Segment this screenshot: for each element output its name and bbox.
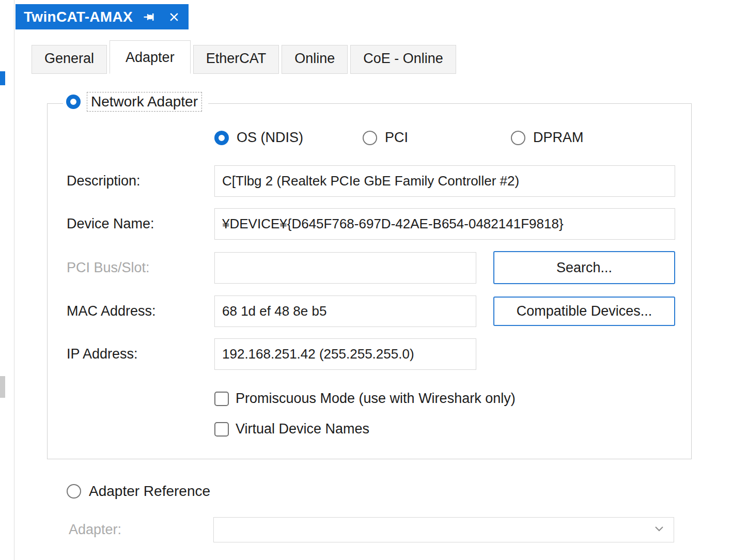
checkbox-unchecked-icon (214, 392, 229, 406)
pci-bus-slot-label: PCI Bus/Slot: (67, 260, 214, 276)
search-button[interactable]: Search... (493, 251, 675, 284)
network-adapter-radio[interactable]: Network Adapter (63, 91, 208, 113)
network-adapter-label: Network Adapter (87, 92, 202, 112)
mac-address-label: MAC Address: (67, 303, 214, 319)
promiscuous-mode-label: Promiscuous Mode (use with Wireshark onl… (236, 391, 516, 407)
checkbox-unchecked-icon (214, 422, 229, 437)
radio-dpram-label: DPRAM (533, 130, 584, 146)
mac-address-field[interactable]: 68 1d ef 48 8e b5 (214, 295, 476, 327)
radio-os-ndis-label: OS (NDIS) (237, 130, 303, 146)
adapter-row: Adapter: (69, 517, 748, 542)
adapter-label: Adapter: (69, 522, 213, 538)
compatible-devices-button[interactable]: Compatible Devices... (493, 297, 675, 326)
description-field[interactable]: C[Tlbg 2 (Realtek PCIe GbE Family Contro… (214, 165, 675, 197)
adapter-page: General Adapter EtherCAT Online CoE - On… (15, 29, 748, 560)
ip-address-label: IP Address: (67, 346, 214, 362)
mac-address-row: MAC Address: 68 1d ef 48 8e b5 Compatibl… (67, 295, 691, 327)
promiscuous-mode-checkbox[interactable]: Promiscuous Mode (use with Wireshark onl… (67, 391, 691, 407)
radio-checked-icon (66, 95, 81, 109)
virtual-device-names-checkbox[interactable]: Virtual Device Names (67, 421, 691, 437)
tab-ethercat[interactable]: EtherCAT (193, 45, 279, 74)
pci-bus-slot-row: PCI Bus/Slot: Search... (67, 251, 691, 284)
tab-online[interactable]: Online (282, 45, 348, 74)
ip-address-row: IP Address: 192.168.251.42 (255.255.255.… (67, 338, 691, 370)
adapter-reference-section: Adapter Reference Adapter: (67, 483, 748, 542)
device-name-field[interactable]: ¥DEVICE¥{D645F768-697D-42AE-B654-0482141… (214, 208, 675, 240)
description-label: Description: (67, 173, 214, 189)
adapter-reference-radio[interactable]: Adapter Reference (67, 483, 748, 500)
pin-icon[interactable] (141, 9, 158, 25)
document-tab[interactable]: TwinCAT-AMAX (15, 4, 189, 29)
radio-dpram[interactable]: DPRAM (511, 130, 659, 146)
description-row: Description: C[Tlbg 2 (Realtek PCIe GbE … (67, 165, 691, 197)
radio-os-ndis[interactable]: OS (NDIS) (214, 130, 363, 146)
radio-unchecked-icon (363, 131, 377, 145)
pci-bus-slot-field[interactable] (214, 252, 476, 284)
tab-general[interactable]: General (32, 45, 107, 74)
close-icon[interactable] (166, 9, 182, 25)
network-adapter-group: Network Adapter OS (NDIS) PCI DPRAM Desc… (47, 103, 692, 459)
radio-unchecked-icon (511, 131, 525, 145)
document-title: TwinCAT-AMAX (24, 9, 133, 25)
device-name-label: Device Name: (67, 216, 214, 232)
tab-adapter[interactable]: Adapter (110, 40, 191, 74)
dock-scrollbar-thumb[interactable] (0, 376, 5, 398)
property-tabs: General Adapter EtherCAT Online CoE - On… (15, 44, 748, 74)
virtual-device-names-label: Virtual Device Names (236, 421, 369, 437)
radio-unchecked-icon (67, 484, 81, 499)
ip-address-field[interactable]: 192.168.251.42 (255.255.255.0) (214, 338, 476, 370)
device-name-row: Device Name: ¥DEVICE¥{D645F768-697D-42AE… (67, 208, 691, 240)
adapter-source-options: OS (NDIS) PCI DPRAM (67, 130, 691, 146)
adapter-select[interactable] (213, 517, 674, 542)
radio-pci[interactable]: PCI (363, 130, 511, 146)
adapter-reference-label: Adapter Reference (89, 483, 210, 500)
radio-pci-label: PCI (385, 130, 408, 146)
tab-coe-online[interactable]: CoE - Online (350, 45, 456, 74)
chevron-down-icon (653, 525, 665, 535)
left-dock-rail (0, 0, 14, 560)
dock-indicator (0, 71, 5, 85)
radio-checked-icon (214, 131, 229, 145)
